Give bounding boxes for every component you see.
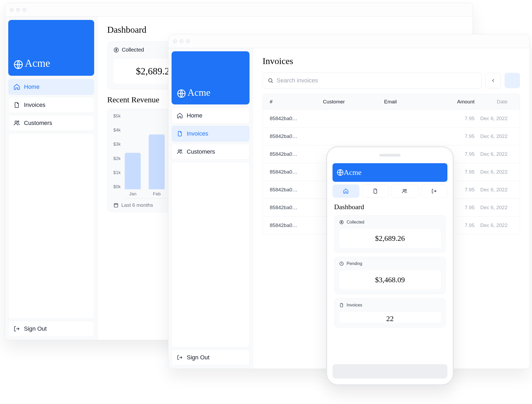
window-controls[interactable]: [10, 8, 26, 12]
card-collected: Collected $2,689.26: [334, 215, 446, 252]
table-header: # Customer Email Amount Date: [263, 94, 520, 110]
table-row[interactable]: 85842ba0…7.95Dec 6, 2022: [263, 110, 520, 128]
signout-label: Sign Out: [187, 354, 210, 361]
table-row[interactable]: 85842ba0…7.95Dec 6, 2022: [263, 128, 520, 145]
card-label: Pending: [347, 261, 362, 266]
sidebar-item-label: Customers: [24, 120, 52, 127]
tab-home[interactable]: [332, 184, 359, 198]
home-icon: [13, 83, 20, 90]
chart-x-label: Feb: [153, 191, 161, 198]
svg-point-8: [269, 79, 272, 82]
home-icon: [177, 112, 183, 119]
mobile-tabs: [327, 184, 453, 200]
sidebar: Acme Home Invoices Customers Si: [5, 17, 98, 340]
document-icon: [177, 131, 183, 137]
globe-icon: [14, 60, 23, 69]
search-icon: [268, 78, 273, 83]
globe-icon: [337, 169, 344, 176]
signout-icon: [431, 188, 437, 194]
brand-logo: Acme: [332, 163, 447, 182]
users-icon: [13, 120, 20, 127]
sidebar-item-invoices[interactable]: Invoices: [8, 97, 94, 113]
sidebar-item-invoices[interactable]: Invoices: [172, 126, 250, 142]
chart-y-axis: $5k $4k $3k $2k $1k $0k: [113, 113, 120, 199]
svg-point-6: [178, 150, 180, 152]
cell-id: 85842ba0…: [270, 116, 323, 121]
chart-bar: [125, 153, 141, 189]
card-label: Collected: [347, 220, 364, 225]
sidebar-item-label: Invoices: [24, 102, 45, 108]
cell-date: Dec 6, 2022: [475, 133, 513, 139]
tab-customers[interactable]: [391, 184, 418, 198]
home-indicator: [332, 364, 447, 378]
document-icon: [372, 188, 378, 194]
brand-name: Acme: [25, 57, 50, 69]
users-icon: [402, 188, 408, 194]
sidebar-item-label: Home: [24, 83, 40, 90]
page-title: Dashboard: [107, 25, 463, 35]
page-title: Invoices: [263, 56, 520, 66]
cell-date: Dec 6, 2022: [475, 205, 513, 211]
page-number-button[interactable]: [505, 73, 520, 88]
svg-point-7: [181, 150, 182, 151]
card-pending: Pending $3,468.09: [334, 257, 446, 294]
sidebar-spacer: [172, 162, 250, 347]
document-icon: [339, 303, 344, 308]
cell-id: 85842ba0…: [270, 187, 323, 193]
card-value: $2,689.26: [339, 229, 441, 248]
phone-notch: [327, 147, 453, 163]
clock-icon: [339, 261, 344, 266]
window-titlebar: [168, 34, 530, 48]
sidebar-item-label: Customers: [187, 148, 215, 155]
cell-id: 85842ba0…: [270, 222, 323, 228]
brand-name: Acme: [344, 168, 361, 177]
card-value: $3,468.09: [339, 270, 441, 289]
signout-icon: [177, 354, 183, 361]
window-titlebar: [5, 3, 473, 17]
signout-button[interactable]: Sign Out: [172, 350, 250, 365]
svg-rect-4: [114, 204, 118, 207]
tab-signout[interactable]: [421, 184, 448, 198]
cell-date: Dec 6, 2022: [475, 222, 513, 228]
card-label: Collected: [122, 47, 144, 53]
mobile-main: Dashboard Collected $2,689.26 Pending $3…: [327, 200, 453, 360]
dollar-circle-icon: [339, 220, 344, 225]
cell-date: Dec 6, 2022: [475, 169, 513, 175]
search-input[interactable]: Search invoices: [263, 73, 482, 89]
tab-invoices[interactable]: [362, 184, 389, 198]
svg-point-11: [405, 189, 407, 191]
cell-date: Dec 6, 2022: [475, 187, 513, 193]
card-value: 22: [339, 312, 441, 323]
prev-page-button[interactable]: [485, 73, 501, 88]
signout-button[interactable]: Sign Out: [8, 321, 94, 337]
cell-amount: 7.95: [437, 116, 475, 121]
signout-icon: [13, 325, 20, 332]
page-title: Dashboard: [334, 203, 446, 211]
sidebar: Acme Home Invoices Customers Si: [168, 48, 253, 369]
svg-point-2: [18, 121, 19, 122]
brand-name: Acme: [188, 87, 210, 98]
dollar-circle-icon: [113, 47, 119, 53]
sidebar-item-home[interactable]: Home: [172, 108, 250, 124]
card-invoices: Invoices 22: [334, 298, 446, 327]
chart-x-label: Jan: [129, 191, 136, 198]
svg-point-1: [15, 121, 17, 123]
brand-logo: Acme: [172, 51, 250, 104]
search-placeholder: Search invoices: [277, 77, 318, 84]
sidebar-item-customers[interactable]: Customers: [8, 115, 94, 131]
card-label: Invoices: [347, 303, 362, 308]
document-icon: [13, 102, 20, 108]
mobile-bottom-bar: [327, 360, 453, 384]
cell-date: Dec 6, 2022: [475, 151, 513, 157]
cell-amount: 7.95: [437, 133, 475, 139]
mobile-device: Acme Dashboard Collected $2,689.26 Pendi: [326, 146, 454, 385]
sidebar-spacer: [8, 133, 94, 319]
globe-icon: [177, 89, 186, 98]
sidebar-item-label: Home: [187, 112, 202, 119]
users-icon: [177, 149, 183, 155]
cell-id: 85842ba0…: [270, 169, 323, 175]
window-controls[interactable]: [173, 39, 190, 43]
sidebar-item-home[interactable]: Home: [8, 79, 94, 95]
calendar-icon: [113, 203, 119, 208]
sidebar-item-customers[interactable]: Customers: [172, 144, 250, 160]
